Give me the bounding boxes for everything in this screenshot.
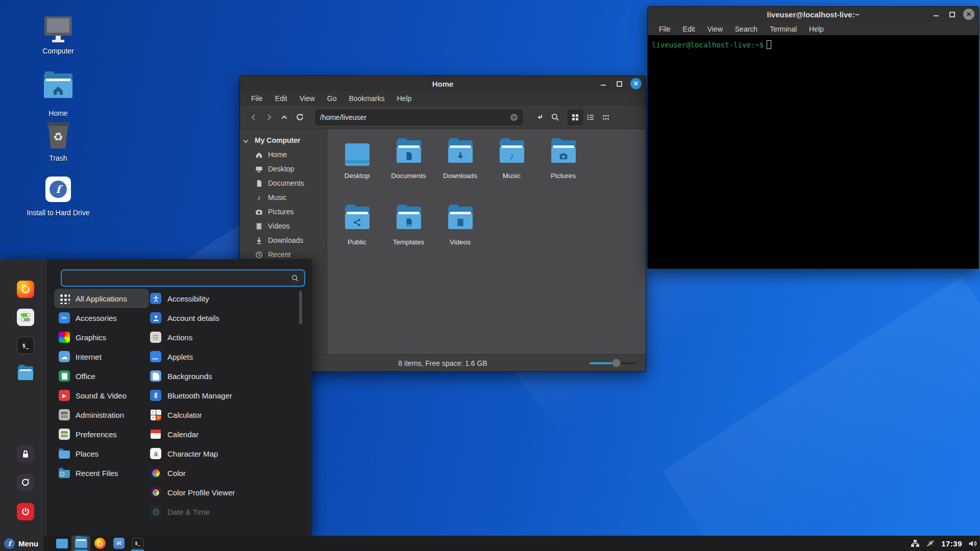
task-file-manager[interactable]: [71, 536, 90, 551]
folder-music[interactable]: ♪ Music: [486, 136, 537, 203]
sidebar-item-videos[interactable]: Videos: [240, 219, 327, 233]
terminal-menu-file[interactable]: File: [654, 23, 676, 35]
volume-icon[interactable]: [968, 539, 977, 548]
fm-file-view[interactable]: Desktop Documents Downloads: [327, 129, 646, 354]
terminal-menu-view[interactable]: View: [702, 23, 728, 35]
fm-menu-bookmarks[interactable]: Bookmarks: [344, 93, 389, 104]
app-color-profile-viewer[interactable]: Color Profile Viewer: [149, 483, 297, 502]
category-all-applications[interactable]: All Applications: [54, 289, 149, 308]
terminal-screen[interactable]: liveuser@localhost-live:~$: [648, 35, 978, 268]
category-office[interactable]: Office: [54, 366, 149, 386]
category-administration[interactable]: Administration: [54, 405, 149, 424]
sidebar-item-documents[interactable]: Documents: [240, 176, 327, 190]
desktop-icon-trash[interactable]: ♻ Trash: [25, 121, 91, 162]
sidebar-item-desktop[interactable]: Desktop: [240, 162, 327, 176]
menu-scrollbar[interactable]: [299, 291, 302, 324]
logout-button[interactable]: [17, 474, 34, 491]
minimize-button[interactable]: [934, 13, 939, 16]
folder-desktop[interactable]: Desktop: [331, 136, 383, 203]
app-character-map[interactable]: á Character Map: [149, 444, 297, 463]
terminal-menu-help[interactable]: Help: [804, 23, 829, 35]
search-button[interactable]: [547, 110, 562, 125]
terminal-titlebar[interactable]: liveuser@localhost-live:~ ✕: [648, 7, 978, 22]
compact-view-button[interactable]: [598, 110, 614, 125]
file-manager-launcher[interactable]: [17, 365, 34, 383]
app-applets[interactable]: Applets: [149, 347, 297, 366]
taskbar-clock[interactable]: 17:39: [941, 539, 962, 548]
folder-pictures[interactable]: Pictures: [537, 136, 589, 203]
application-menu-panel: $_ All Applications ✂ Acce: [0, 259, 312, 536]
sidebar-group-my-computer[interactable]: My Computer: [240, 133, 327, 147]
desktop-icon-installer[interactable]: f Install to Hard Drive: [25, 176, 91, 217]
back-button[interactable]: [246, 110, 261, 125]
category-internet[interactable]: ☁ Internet: [54, 347, 149, 366]
jump-to-button[interactable]: [532, 110, 547, 125]
lock-screen-button[interactable]: [17, 445, 34, 463]
fm-menu-help[interactable]: Help: [392, 93, 417, 104]
path-input[interactable]: [320, 113, 510, 121]
app-backgrounds[interactable]: Backgrounds: [149, 366, 297, 386]
terminal-launcher[interactable]: $_: [17, 337, 34, 354]
status-text: 8 items, Free space: 1.6 GB: [398, 359, 487, 367]
app-calculator[interactable]: +− ×= Calculator: [149, 405, 297, 424]
folder-public[interactable]: Public: [331, 203, 383, 269]
terminal-menu-search[interactable]: Search: [730, 23, 763, 35]
category-recent-files[interactable]: Recent Files: [54, 463, 149, 483]
fm-menu-view[interactable]: View: [295, 93, 320, 104]
app-bluetooth-manager[interactable]: Bluetooth Manager: [149, 386, 297, 405]
icon-view-button[interactable]: [568, 110, 583, 125]
folder-documents[interactable]: Documents: [383, 136, 434, 203]
fm-titlebar[interactable]: Home ✕: [240, 76, 646, 91]
fm-menu-file[interactable]: File: [246, 93, 268, 104]
sidebar-item-home[interactable]: Home: [240, 147, 327, 162]
app-color[interactable]: Color: [149, 463, 297, 483]
zoom-slider[interactable]: [590, 355, 641, 372]
fm-menu-go[interactable]: Go: [322, 93, 342, 104]
app-actions[interactable]: Actions: [149, 328, 297, 347]
terminal-menu-terminal[interactable]: Terminal: [765, 23, 802, 35]
zoom-slider-knob[interactable]: [612, 359, 621, 367]
folder-videos[interactable]: Videos: [434, 203, 486, 269]
maximize-button[interactable]: [949, 12, 955, 17]
maximize-button[interactable]: [617, 81, 622, 87]
power-button[interactable]: [17, 503, 34, 520]
close-button[interactable]: ✕: [630, 78, 642, 89]
close-button[interactable]: ✕: [963, 9, 974, 20]
category-accessories[interactable]: ✂ Accessories: [54, 308, 149, 328]
app-calendar[interactable]: Calendar: [149, 424, 297, 444]
sidebar-item-downloads[interactable]: Downloads: [240, 233, 327, 247]
taskbar-menu-button[interactable]: f Menu: [0, 536, 43, 551]
category-places[interactable]: Places: [54, 444, 149, 463]
task-terminal[interactable]: $_: [128, 536, 147, 551]
list-view-button[interactable]: [583, 110, 598, 125]
category-preferences[interactable]: Preferences: [54, 424, 149, 444]
menu-search-input[interactable]: [67, 274, 291, 282]
path-bar[interactable]: [315, 110, 523, 125]
app-accessibility[interactable]: Accessibility: [149, 289, 297, 308]
sidebar-item-pictures[interactable]: Pictures: [240, 205, 327, 219]
menu-search-box[interactable]: [61, 269, 305, 287]
desktop-icon-computer[interactable]: Computer: [25, 14, 91, 55]
app-date-time[interactable]: Date & Time: [149, 502, 297, 521]
sidebar-item-music[interactable]: ♪ Music: [240, 190, 327, 205]
category-sound-video[interactable]: ▶ Sound & Video: [54, 386, 149, 405]
folder-downloads[interactable]: Downloads: [434, 136, 486, 203]
fm-menu-edit[interactable]: Edit: [270, 93, 292, 104]
forward-button[interactable]: [261, 110, 277, 125]
up-button[interactable]: [277, 110, 292, 125]
app-account-details[interactable]: Account details: [149, 308, 297, 328]
clear-path-icon[interactable]: [510, 113, 518, 121]
minimize-button[interactable]: [601, 82, 606, 86]
firefox-quicklaunch[interactable]: [90, 536, 109, 551]
reload-button[interactable]: [292, 110, 307, 125]
show-desktop-button[interactable]: [53, 536, 71, 551]
night-light-icon[interactable]: ☀: [926, 539, 935, 548]
firefox-launcher[interactable]: [17, 281, 34, 298]
mail-quicklaunch[interactable]: ✉: [109, 536, 128, 551]
category-graphics[interactable]: Graphics: [54, 328, 149, 347]
folder-templates[interactable]: Templates: [383, 203, 434, 269]
desktop-icon-home[interactable]: Home: [25, 70, 91, 117]
network-icon[interactable]: [911, 539, 920, 547]
settings-launcher[interactable]: [17, 309, 34, 326]
terminal-menu-edit[interactable]: Edit: [678, 23, 700, 35]
